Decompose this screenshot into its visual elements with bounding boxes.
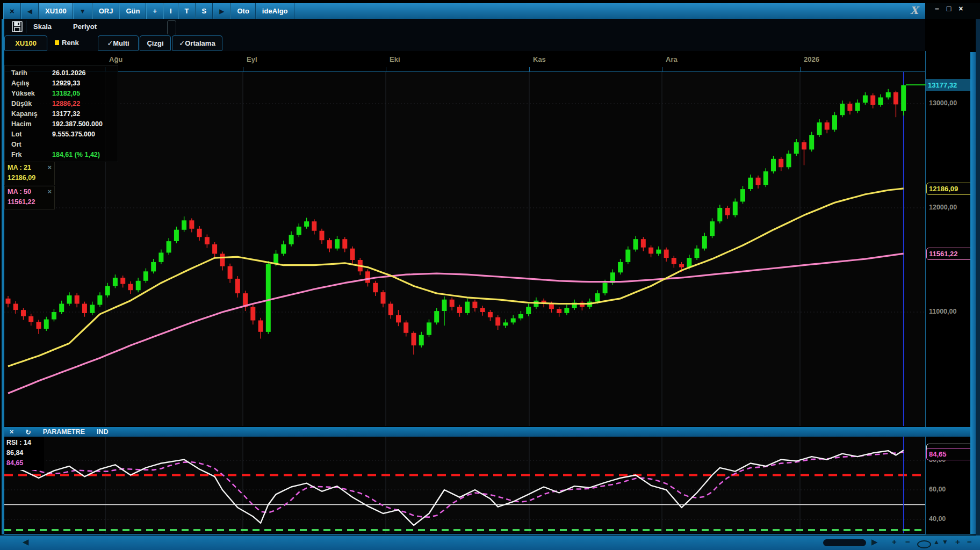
save-icon[interactable]	[10, 20, 26, 33]
candle-body	[258, 321, 263, 332]
candle-body	[817, 122, 822, 135]
scale-down-icon[interactable]: ▼	[942, 538, 948, 546]
indicator-refresh-icon[interactable]: ↻	[25, 428, 31, 436]
candle-body	[526, 307, 531, 314]
tab-cizgi[interactable]: Çizgi	[140, 35, 171, 50]
info-value-low: 12886,22	[52, 100, 80, 107]
ma50-axis-box: 11561,22	[926, 248, 972, 260]
info-value-change: 184,61 (% 1,42)	[52, 151, 100, 158]
candle-body	[855, 103, 860, 111]
candle-body	[442, 300, 447, 311]
info-value: 13177,32	[52, 110, 80, 118]
info-label: Açılış	[11, 79, 29, 87]
month-label: Eki	[390, 55, 400, 63]
candle-body	[802, 142, 806, 150]
s-button[interactable]: S	[196, 3, 213, 19]
info-label: Frk	[11, 151, 21, 158]
title-bar: × ◀ XU100 ▼ ORJ Gün + I T S ▶ Oto ideAlg…	[3, 3, 925, 19]
scale-up-icon[interactable]: ▲	[933, 538, 940, 546]
info-label: Lot	[11, 131, 21, 138]
candle-body	[396, 315, 401, 323]
ind-menu[interactable]: IND	[97, 428, 109, 436]
candle-body	[878, 97, 883, 105]
rsi-label: RSI : 14	[6, 439, 31, 446]
info-label: Ort	[11, 141, 21, 148]
oto-button[interactable]: Oto	[230, 3, 255, 19]
zoom-reset-icon[interactable]	[917, 540, 931, 548]
candle-body	[648, 248, 653, 254]
candlestick-chart[interactable]	[4, 72, 925, 426]
periyot-menu[interactable]: Periyot	[73, 23, 97, 31]
plus-button[interactable]: +	[146, 3, 163, 19]
candle-body	[595, 293, 600, 302]
ma21-legend-box: MA : 21 × 12186,09	[4, 162, 55, 185]
price-axis-label: 11000,00	[929, 308, 956, 315]
candle-body	[342, 239, 347, 249]
candle-body	[710, 221, 715, 236]
gun-button[interactable]: Gün	[119, 3, 146, 19]
candle-body	[702, 236, 707, 248]
zoom-in-button[interactable]: +	[892, 537, 897, 546]
window-close-button[interactable]: ×	[959, 4, 963, 13]
renk-control[interactable]: Renk	[55, 39, 79, 47]
ma50-label: MA : 50	[8, 188, 31, 196]
symbol-title[interactable]: XU100	[39, 3, 73, 19]
scroll-right-icon[interactable]: ▶	[871, 537, 878, 547]
t-button[interactable]: T	[178, 3, 196, 19]
month-label: Ara	[666, 55, 678, 63]
idealgo-button[interactable]: ideAlgo	[256, 3, 294, 19]
app-logo: X	[910, 4, 918, 16]
candle-body	[212, 244, 217, 254]
candle-body	[465, 302, 470, 313]
down-arrow-icon[interactable]: ▼	[73, 3, 92, 19]
skala-menu[interactable]: Skala	[33, 23, 52, 31]
candle-body	[518, 314, 523, 319]
candle-body	[388, 304, 393, 315]
ma50-close-icon[interactable]: ×	[47, 187, 52, 196]
rsi-chart[interactable]	[4, 437, 925, 533]
rsi-value: 86,84	[6, 449, 23, 457]
candle-body	[787, 154, 791, 167]
candle-body	[725, 208, 730, 215]
candle-body	[52, 312, 56, 320]
close-icon[interactable]: ×	[3, 3, 21, 19]
ma21-close-icon[interactable]: ×	[47, 163, 52, 171]
candle-body	[457, 307, 462, 313]
candle-body	[273, 254, 278, 264]
candle-body	[679, 264, 684, 267]
candle-body	[327, 240, 332, 249]
tab-xu100[interactable]: XU100	[4, 35, 47, 50]
month-tick	[662, 67, 662, 71]
forward-arrow-icon[interactable]: ▶	[213, 3, 230, 19]
candle-body	[90, 305, 95, 313]
candle-body	[886, 92, 891, 98]
candle-body	[120, 278, 125, 284]
orj-button[interactable]: ORJ	[92, 3, 120, 19]
candle-body	[320, 231, 325, 241]
minimize-button[interactable]: –	[935, 4, 939, 13]
parametre-menu[interactable]: PARAMETRE	[43, 428, 85, 436]
maximize-button[interactable]: □	[947, 4, 951, 13]
bar-width-plus-button[interactable]: +	[955, 537, 960, 546]
candle-body	[151, 262, 156, 272]
scrollbar-thumb[interactable]	[823, 539, 866, 546]
bar-width-minus-button[interactable]: −	[967, 537, 972, 546]
month-label: Eyl	[247, 55, 257, 63]
right-scroll-strip[interactable]	[970, 52, 976, 534]
price-axis-label: 13000,00	[929, 99, 957, 107]
back-arrow-icon[interactable]: ◀	[21, 3, 39, 19]
i-button[interactable]: I	[163, 3, 178, 19]
info-label: Kapanış	[11, 110, 38, 118]
tab-multi[interactable]: ✓Multi	[98, 35, 139, 50]
candle-body	[220, 254, 225, 266]
empty-toolbar-button[interactable]	[167, 20, 176, 35]
indicator-header: × ↻ PARAMETRE IND	[3, 427, 970, 437]
left-border-strip	[2, 19, 4, 534]
month-tick	[243, 67, 243, 71]
rsi-axis-magenta-box: 84,65	[926, 448, 972, 460]
indicator-close-icon[interactable]: ×	[10, 428, 13, 436]
zoom-out-button[interactable]: −	[905, 537, 910, 546]
tab-ortalama[interactable]: ✓Ortalama	[172, 35, 222, 50]
candle-body	[427, 322, 431, 335]
scroll-left-icon[interactable]: ◀	[23, 537, 29, 547]
